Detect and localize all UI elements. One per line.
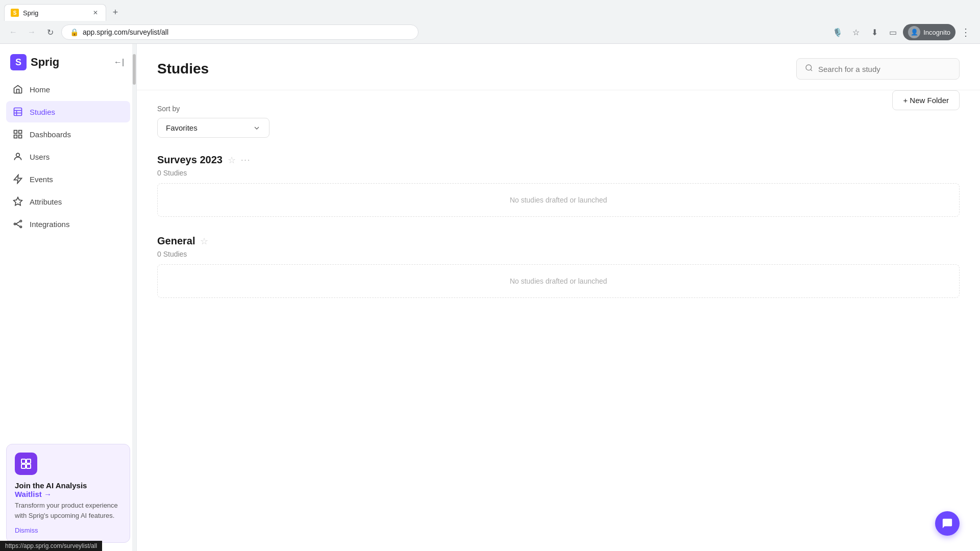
promo-icon (15, 453, 37, 475)
svg-point-11 (20, 220, 21, 222)
users-icon (12, 151, 23, 162)
sidebar-item-label-users: Users (30, 153, 50, 161)
folder-star-surveys-2023[interactable]: ☆ (228, 155, 236, 166)
sidebar-item-label-integrations: Integrations (30, 220, 69, 229)
sort-label: Sort by (157, 105, 960, 113)
integrations-icon (12, 218, 23, 230)
svg-line-13 (16, 221, 20, 224)
attributes-icon (12, 196, 23, 207)
sidebar-item-label-studies: Studies (30, 108, 55, 116)
logo-icon: S (10, 54, 27, 70)
collapse-sidebar-button[interactable]: ←| (112, 55, 126, 69)
sidebar-scrollbar-thumb (133, 54, 136, 85)
promo-title: Join the AI Analysis Waitlist → (15, 481, 121, 498)
sort-section: Sort by Favorites + New Folder (157, 105, 960, 138)
sidebar-item-users[interactable]: Users (6, 146, 130, 167)
svg-point-10 (14, 223, 16, 224)
folder-name-general: General (157, 235, 195, 247)
active-tab[interactable]: S Sprig ✕ (4, 4, 106, 21)
app-layout: S Sprig ←| Home Studies (0, 44, 980, 551)
lock-icon: 🔒 (70, 28, 79, 36)
status-bar: https://app.sprig.com/surveylist/all (0, 541, 102, 551)
sprig-logo[interactable]: S Sprig (10, 54, 59, 70)
svg-line-20 (811, 69, 812, 71)
studies-icon (12, 106, 23, 117)
svg-rect-5 (19, 131, 22, 134)
sidebar-item-label-dashboards: Dashboards (30, 130, 71, 139)
chat-bubble-button[interactable] (935, 511, 960, 536)
sidebar-item-dashboards[interactable]: Dashboards (6, 123, 130, 145)
folder-more-surveys-2023[interactable]: ··· (241, 156, 251, 165)
folder-count-general: 0 Studies (157, 250, 960, 258)
sidebar-item-home[interactable]: Home (6, 79, 130, 100)
incognito-avatar: 👤 (908, 26, 920, 38)
refresh-button[interactable]: ↻ (43, 25, 57, 39)
home-icon (12, 84, 23, 95)
folder-name-surveys-2023: Surveys 2023 (157, 154, 223, 166)
download-icon[interactable]: ⬇ (866, 24, 883, 40)
sort-value: Favorites (166, 123, 198, 132)
empty-studies-box-surveys-2023: No studies drafted or launched (157, 183, 960, 217)
sidebar-item-label-home: Home (30, 85, 50, 94)
address-bar-row: ← → ↻ 🔒 app.sprig.com/surveylist/all 🎙️ … (0, 21, 980, 43)
sidebar-item-attributes[interactable]: Attributes (6, 191, 130, 212)
svg-point-8 (16, 153, 20, 157)
sidebar-item-label-attributes: Attributes (30, 197, 62, 206)
media-icon[interactable]: 🎙️ (829, 24, 846, 40)
svg-rect-17 (21, 464, 26, 468)
forward-button[interactable]: → (24, 25, 39, 39)
svg-rect-6 (19, 135, 22, 138)
folder-count-surveys-2023: 0 Studies (157, 169, 960, 177)
sidebar-item-studies[interactable]: Studies (6, 101, 130, 122)
folder-header-general: General ☆ (157, 235, 960, 247)
tab-favicon: S (11, 9, 19, 17)
svg-point-12 (20, 226, 21, 228)
sidebar-logo-area: S Sprig ←| (0, 44, 136, 79)
sidebar-scrollbar[interactable] (132, 44, 136, 551)
search-input[interactable] (818, 65, 951, 73)
logo-text: Sprig (31, 56, 59, 69)
tab-bar: S Sprig ✕ + (0, 0, 980, 21)
events-icon (12, 173, 23, 185)
status-url: https://app.sprig.com/surveylist/all (5, 542, 97, 549)
promo-card[interactable]: Join the AI Analysis Waitlist → Transfor… (6, 444, 130, 543)
incognito-label: Incognito (923, 29, 950, 36)
folder-general: General ☆ 0 Studies No studies drafted o… (157, 235, 960, 298)
folder-star-general[interactable]: ☆ (200, 236, 208, 247)
main-header: Studies (137, 44, 980, 90)
svg-rect-15 (21, 459, 26, 463)
svg-rect-18 (27, 464, 31, 468)
search-icon (805, 64, 813, 74)
tab-title: Sprig (23, 9, 87, 17)
svg-rect-7 (14, 135, 17, 138)
promo-dismiss-button[interactable]: Dismiss (15, 527, 121, 534)
address-text: app.sprig.com/surveylist/all (83, 28, 410, 36)
folder-header-surveys-2023: Surveys 2023 ☆ ··· (157, 154, 960, 166)
new-tab-button[interactable]: + (108, 6, 122, 20)
svg-point-19 (806, 65, 812, 70)
device-icon[interactable]: ▭ (885, 24, 901, 40)
svg-line-14 (16, 224, 20, 227)
address-bar[interactable]: 🔒 app.sprig.com/surveylist/all (61, 24, 419, 40)
nav-items: Home Studies Dashboards Us (0, 79, 136, 436)
more-options-button[interactable]: ⋮ (958, 24, 974, 40)
svg-rect-4 (14, 131, 17, 134)
tab-close-button[interactable]: ✕ (91, 9, 100, 17)
search-box[interactable] (796, 58, 960, 80)
svg-marker-9 (14, 175, 22, 184)
svg-rect-0 (14, 108, 22, 116)
back-button[interactable]: ← (6, 25, 20, 39)
sidebar: S Sprig ←| Home Studies (0, 44, 137, 551)
sidebar-item-events[interactable]: Events (6, 168, 130, 190)
folder-surveys-2023: Surveys 2023 ☆ ··· 0 Studies No studies … (157, 154, 960, 217)
svg-rect-16 (27, 459, 31, 463)
bookmark-icon[interactable]: ☆ (848, 24, 864, 40)
incognito-area[interactable]: 👤 Incognito (903, 24, 955, 40)
dashboards-icon (12, 129, 23, 140)
browser-chrome: S Sprig ✕ + ← → ↻ 🔒 app.sprig.com/survey… (0, 0, 980, 44)
sidebar-item-integrations[interactable]: Integrations (6, 213, 130, 235)
new-folder-button[interactable]: + New Folder (892, 90, 960, 110)
sort-dropdown[interactable]: Favorites (157, 118, 270, 138)
promo-waitlist-link[interactable]: Waitlist → (15, 490, 52, 498)
page-title: Studies (157, 61, 209, 77)
